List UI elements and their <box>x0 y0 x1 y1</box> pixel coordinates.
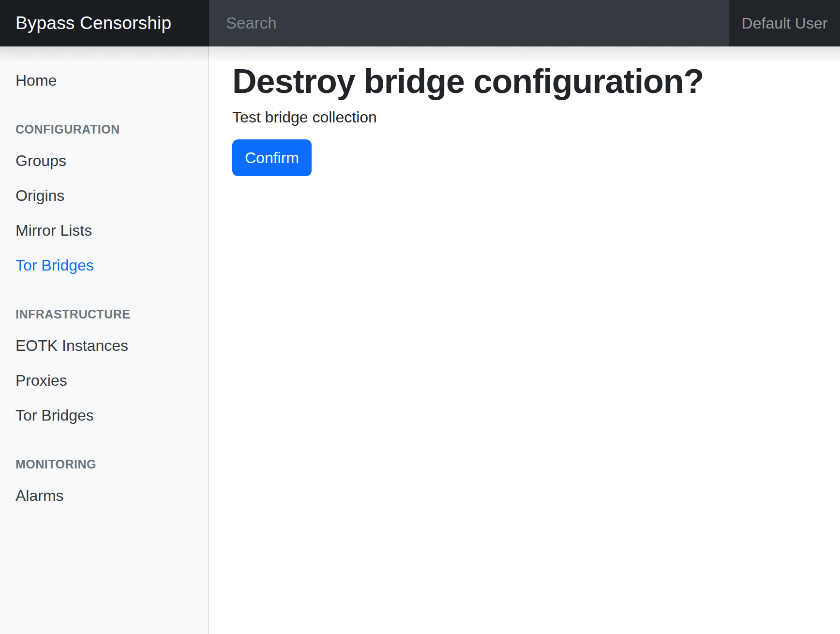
sidebar-item-proxies[interactable]: Proxies <box>0 363 208 398</box>
user-menu[interactable]: Default User <box>729 0 840 46</box>
page: Bypass Censorship Default User Home CONF… <box>0 0 840 634</box>
search-input[interactable] <box>209 0 729 46</box>
page-title: Destroy bridge configuration? <box>232 61 817 102</box>
sidebar-section-monitoring: MONITORING <box>0 455 208 473</box>
sidebar-item-mirror-lists[interactable]: Mirror Lists <box>0 213 208 248</box>
content-row: Home CONFIGURATION Groups Origins Mirror… <box>0 46 840 634</box>
search-bar <box>209 0 729 46</box>
page-subtitle: Test bridge collection <box>232 106 817 129</box>
sidebar-item-groups[interactable]: Groups <box>0 143 208 178</box>
sidebar-item-eotk-instances[interactable]: EOTK Instances <box>0 328 208 363</box>
brand-link[interactable]: Bypass Censorship <box>0 0 209 46</box>
top-navbar: Bypass Censorship Default User <box>0 0 840 46</box>
sidebar-section-infrastructure: INFRASTRUCTURE <box>0 305 208 323</box>
sidebar-item-alarms[interactable]: Alarms <box>0 478 208 513</box>
sidebar-section-configuration: CONFIGURATION <box>0 120 208 138</box>
confirm-button[interactable]: Confirm <box>232 139 312 176</box>
main-content: Destroy bridge configuration? Test bridg… <box>209 46 840 634</box>
sidebar-item-tor-bridges-configuration[interactable]: Tor Bridges <box>0 248 208 283</box>
sidebar-item-origins[interactable]: Origins <box>0 178 208 213</box>
sidebar-item-tor-bridges-infrastructure[interactable]: Tor Bridges <box>0 398 208 433</box>
sidebar: Home CONFIGURATION Groups Origins Mirror… <box>0 46 209 634</box>
sidebar-item-home[interactable]: Home <box>0 63 208 98</box>
